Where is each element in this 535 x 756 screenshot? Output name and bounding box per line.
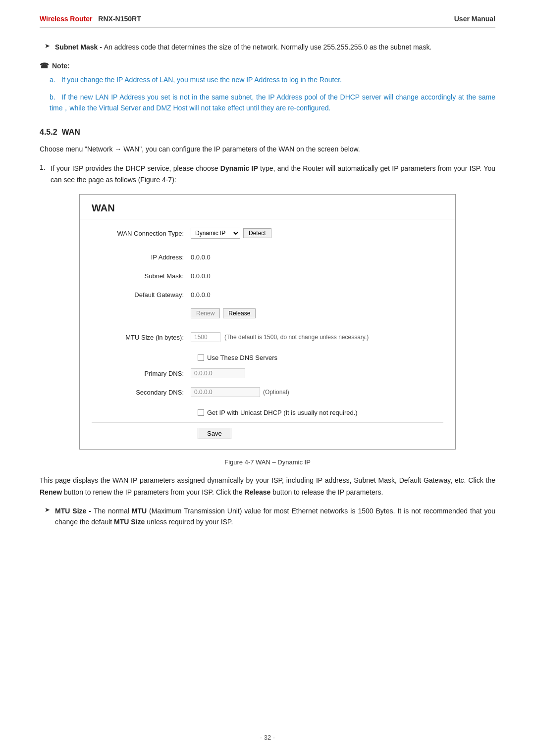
- dns-checkbox-row: Use These DNS Servers: [92, 354, 443, 361]
- primary-dns-row: Primary DNS:: [92, 366, 443, 380]
- wan-box: WAN WAN Connection Type: Dynamic IP Dete…: [79, 194, 456, 450]
- wan-connection-type-label: WAN Connection Type:: [92, 230, 191, 237]
- renew-button[interactable]: Renew: [191, 308, 220, 318]
- renew-release-row: Renew Release: [92, 306, 443, 320]
- note-item-a-text: If you change the IP Address of LAN, you…: [61, 76, 342, 84]
- spacer4: [92, 404, 443, 409]
- secondary-dns-input[interactable]: [191, 387, 260, 397]
- unicast-checkbox[interactable]: [198, 409, 204, 416]
- subnet-mask-item: ➤ Subnet Mask - An address code that det…: [45, 42, 495, 52]
- spacer1: [92, 245, 443, 250]
- dns-checkbox-area: Use These DNS Servers: [198, 354, 277, 361]
- spacer3: [92, 349, 443, 354]
- mtu-size-item: ➤ MTU Size - The normal MTU (Maximum Tra…: [45, 505, 495, 528]
- detect-button[interactable]: Detect: [243, 228, 271, 238]
- release-bold: Release: [244, 488, 270, 496]
- optional-text: (Optional): [263, 389, 289, 396]
- mtu-size-section: ➤ MTU Size - The normal MTU (Maximum Tra…: [40, 505, 495, 528]
- save-button[interactable]: Save: [198, 428, 231, 439]
- spacer2: [92, 325, 443, 330]
- dns-servers-label: Use These DNS Servers: [207, 354, 277, 361]
- renew-bold: Renew: [40, 488, 62, 496]
- primary-dns-label: Primary DNS:: [92, 370, 191, 377]
- description-paragraph: This page displays the WAN IP parameters…: [40, 475, 495, 499]
- ip-address-row: IP Address: 0.0.0.0: [92, 250, 443, 264]
- note-icon: ☎: [40, 61, 49, 70]
- dynamic-ip-bold: Dynamic IP: [220, 164, 258, 172]
- mtu-size-bold-label: MTU Size -: [55, 507, 94, 515]
- page-header: Wireless Router RNX-N150RT User Manual: [40, 15, 495, 28]
- section-title: WAN: [61, 128, 80, 136]
- form-divider: [92, 422, 443, 423]
- mtu-size-input[interactable]: [191, 332, 220, 342]
- note-title: Note:: [52, 62, 70, 70]
- wan-connection-type-select[interactable]: Dynamic IP: [191, 228, 240, 239]
- secondary-dns-row: Secondary DNS: (Optional): [92, 385, 443, 399]
- note-item-a: a. If you change the IP Address of LAN, …: [50, 74, 495, 85]
- note-item-b-letter: b.: [50, 92, 59, 102]
- note-section: ☎ Note: a. If you change the IP Address …: [40, 61, 495, 113]
- wan-form: WAN Connection Type: Dynamic IP Detect I…: [80, 219, 455, 449]
- numbered-item-1-num: 1.: [40, 163, 51, 171]
- mtu-size-text: MTU Size - The normal MTU (Maximum Trans…: [55, 505, 495, 528]
- mtu-bold: MTU: [132, 507, 147, 515]
- header-model: RNX-N150RT: [98, 15, 141, 23]
- bullet-arrow-mtu-icon: ➤: [45, 506, 50, 513]
- page-number: - 32 -: [260, 734, 275, 741]
- mtu-size-bold: MTU Size: [114, 518, 145, 526]
- note-list: a. If you change the IP Address of LAN, …: [40, 74, 495, 113]
- wan-connection-type-row: WAN Connection Type: Dynamic IP Detect: [92, 226, 443, 240]
- header-left: Wireless Router RNX-N150RT: [40, 15, 141, 23]
- subnet-mask-text: Subnet Mask - An address code that deter…: [55, 42, 431, 52]
- page: Wireless Router RNX-N150RT User Manual ➤…: [0, 0, 535, 756]
- wan-box-title: WAN: [80, 195, 455, 219]
- numbered-item-1-text: If your ISP provides the DHCP service, p…: [51, 163, 495, 185]
- subnet-mask-label: Subnet Mask -: [55, 43, 104, 51]
- default-gateway-label: Default Gateway:: [92, 291, 191, 299]
- note-item-a-letter: a.: [50, 74, 59, 85]
- note-item-b: b. If the new LAN IP Address you set is …: [50, 92, 495, 114]
- unicast-area: Get IP with Unicast DHCP (It is usually …: [198, 409, 358, 416]
- figure-caption: Figure 4-7 WAN – Dynamic IP: [40, 458, 495, 466]
- save-row: Save: [92, 428, 443, 439]
- subnet-mask-form-value: 0.0.0.0: [191, 272, 211, 280]
- numbered-item-1: 1. If your ISP provides the DHCP service…: [40, 163, 495, 185]
- default-gateway-value: 0.0.0.0: [191, 291, 211, 299]
- default-gateway-row: Default Gateway: 0.0.0.0: [92, 288, 443, 302]
- section-heading: 4.5.2 WAN: [40, 128, 495, 137]
- mtu-size-label: MTU Size (in bytes):: [92, 334, 191, 341]
- bullet-arrow-icon: ➤: [45, 42, 50, 50]
- header-right: User Manual: [454, 15, 495, 23]
- subnet-mask-row: Subnet Mask: 0.0.0.0: [92, 269, 443, 283]
- ip-address-value: 0.0.0.0: [191, 253, 211, 261]
- unicast-label: Get IP with Unicast DHCP (It is usually …: [207, 409, 358, 416]
- unicast-row: Get IP with Unicast DHCP (It is usually …: [92, 409, 443, 416]
- ip-address-label: IP Address:: [92, 253, 191, 261]
- mtu-hint: (The default is 1500, do not change unle…: [224, 334, 369, 341]
- section-number: 4.5.2: [40, 128, 57, 136]
- page-footer: - 32 -: [0, 734, 535, 741]
- note-label: ☎ Note:: [40, 61, 495, 70]
- secondary-dns-label: Secondary DNS:: [92, 389, 191, 396]
- section-intro: Choose menu "Network → WAN", you can con…: [40, 144, 495, 155]
- subnet-mask-form-label: Subnet Mask:: [92, 272, 191, 280]
- header-product-label: Wireless Router: [40, 15, 92, 23]
- primary-dns-input[interactable]: [191, 368, 245, 378]
- subnet-mask-section: ➤ Subnet Mask - An address code that det…: [40, 42, 495, 52]
- mtu-size-row: MTU Size (in bytes): (The default is 150…: [92, 330, 443, 344]
- dns-checkbox[interactable]: [198, 354, 204, 361]
- note-item-b-text: If the new LAN IP Address you set is not…: [50, 93, 495, 112]
- release-button[interactable]: Release: [223, 308, 256, 318]
- menu-network: Network → WAN: [87, 145, 139, 153]
